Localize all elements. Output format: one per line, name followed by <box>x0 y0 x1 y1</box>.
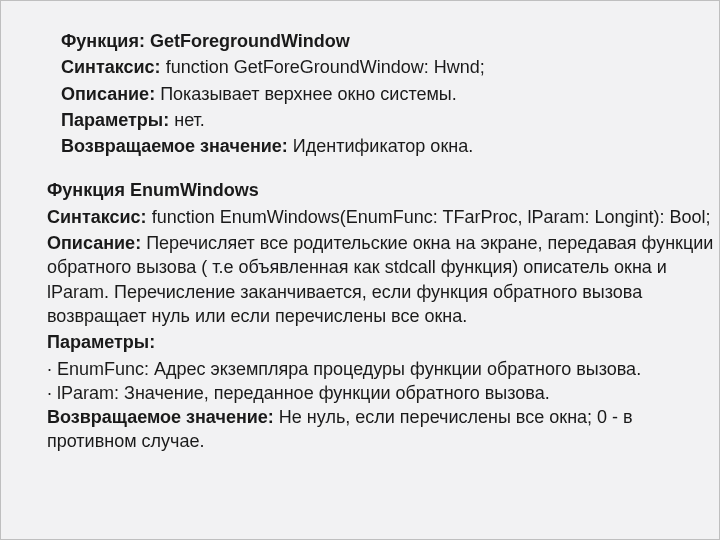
func2-syntax-value: function EnumWindows(EnumFunc: TFarProc,… <box>152 207 711 227</box>
function-block-1: Функция: GetForegroundWindow Синтаксис: … <box>1 1 719 172</box>
func2-syntax: Синтаксис: function EnumWindows(EnumFunc… <box>47 205 715 229</box>
func2-desc: Описание: Перечисляет все родительские о… <box>47 231 715 328</box>
function-block-2: Функция EnumWindows Синтаксис: function … <box>1 172 719 471</box>
label-params: Параметры: <box>47 332 155 352</box>
label-description: Описание: <box>47 233 141 253</box>
label-return: Возвращаемое значение: <box>61 136 288 156</box>
func1-syntax-value: function GetForeGroundWindow: Hwnd; <box>166 57 485 77</box>
func2-name-value: EnumWindows <box>130 180 259 200</box>
label-function: Функция: <box>61 31 145 51</box>
func1-desc-value: Показывает верхнее окно системы. <box>160 84 457 104</box>
label-syntax: Синтаксис: <box>47 207 147 227</box>
func2-desc-value: Перечисляет все родительские окна на экр… <box>47 233 713 326</box>
func1-syntax: Синтаксис: function GetForeGroundWindow:… <box>61 55 699 79</box>
param-enumfunc: · EnumFunc: Адрес экземпляра процедуры ф… <box>47 357 715 381</box>
func2-name: Функция EnumWindows <box>47 178 715 202</box>
func1-name: Функция: GetForegroundWindow <box>61 29 699 53</box>
func2-return: Возвращаемое значение: Не нуль, если пер… <box>47 405 715 454</box>
label-return: Возвращаемое значение: <box>47 407 274 427</box>
label-params: Параметры: <box>61 110 169 130</box>
param-lparam: · lParam: Значение, переданное функции о… <box>47 381 715 405</box>
func2-params: Параметры: <box>47 330 715 354</box>
func1-desc: Описание: Показывает верхнее окно систем… <box>61 82 699 106</box>
func1-return-value: Идентификатор окна. <box>293 136 473 156</box>
label-function: Функция <box>47 180 125 200</box>
label-syntax: Синтаксис: <box>61 57 161 77</box>
label-description: Описание: <box>61 84 155 104</box>
func1-params: Параметры: нет. <box>61 108 699 132</box>
func1-params-value: нет. <box>174 110 205 130</box>
func1-name-value: GetForegroundWindow <box>150 31 350 51</box>
func1-return: Возвращаемое значение: Идентификатор окн… <box>61 134 699 158</box>
func2-params-list: · EnumFunc: Адрес экземпляра процедуры ф… <box>47 357 715 406</box>
